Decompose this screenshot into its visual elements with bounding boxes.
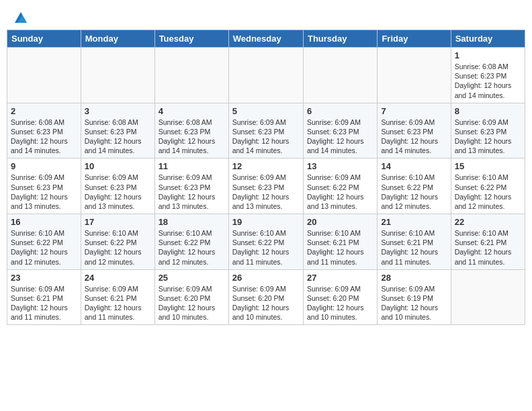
day-number: 22 — [455, 217, 521, 227]
logo — [13, 12, 27, 24]
day-info: Sunrise: 6:10 AM Sunset: 6:22 PM Dayligh… — [455, 173, 521, 211]
weekday-header: Tuesday — [154, 30, 228, 48]
day-number: 18 — [159, 217, 225, 227]
day-number: 28 — [381, 273, 447, 283]
day-number: 26 — [232, 273, 300, 283]
day-number: 7 — [381, 106, 447, 116]
day-number: 9 — [11, 161, 77, 171]
page: SundayMondayTuesdayWednesdayThursdayFrid… — [0, 0, 532, 332]
day-number: 20 — [307, 217, 373, 227]
calendar-header-row: SundayMondayTuesdayWednesdayThursdayFrid… — [7, 30, 525, 48]
calendar-cell: 13Sunrise: 6:09 AM Sunset: 6:22 PM Dayli… — [303, 158, 377, 214]
day-number: 23 — [11, 273, 77, 283]
day-number: 8 — [455, 106, 521, 116]
weekday-header: Thursday — [303, 30, 377, 48]
day-info: Sunrise: 6:10 AM Sunset: 6:22 PM Dayligh… — [381, 173, 447, 211]
day-info: Sunrise: 6:10 AM Sunset: 6:22 PM Dayligh… — [85, 228, 151, 267]
day-info: Sunrise: 6:09 AM Sunset: 6:20 PM Dayligh… — [159, 284, 225, 322]
day-info: Sunrise: 6:10 AM Sunset: 6:22 PM Dayligh… — [11, 228, 77, 267]
header — [0, 0, 532, 30]
calendar-cell: 18Sunrise: 6:10 AM Sunset: 6:22 PM Dayli… — [154, 214, 228, 270]
calendar-cell — [228, 48, 303, 103]
calendar-cell: 12Sunrise: 6:09 AM Sunset: 6:23 PM Dayli… — [228, 158, 303, 214]
calendar-cell: 10Sunrise: 6:09 AM Sunset: 6:23 PM Dayli… — [81, 158, 154, 214]
day-number: 16 — [11, 217, 77, 227]
day-info: Sunrise: 6:09 AM Sunset: 6:23 PM Dayligh… — [11, 173, 77, 211]
day-info: Sunrise: 6:08 AM Sunset: 6:23 PM Dayligh… — [159, 118, 225, 156]
weekday-header: Sunday — [7, 30, 81, 48]
day-number: 14 — [381, 161, 447, 171]
day-info: Sunrise: 6:09 AM Sunset: 6:23 PM Dayligh… — [85, 173, 151, 211]
calendar-cell: 20Sunrise: 6:10 AM Sunset: 6:21 PM Dayli… — [303, 214, 377, 270]
calendar-cell: 28Sunrise: 6:09 AM Sunset: 6:19 PM Dayli… — [378, 269, 451, 325]
calendar-cell: 23Sunrise: 6:09 AM Sunset: 6:21 PM Dayli… — [7, 269, 81, 325]
calendar-week-row: 16Sunrise: 6:10 AM Sunset: 6:22 PM Dayli… — [7, 214, 525, 270]
day-number: 12 — [232, 161, 300, 171]
calendar-cell: 24Sunrise: 6:09 AM Sunset: 6:21 PM Dayli… — [81, 269, 154, 325]
calendar-week-row: 9Sunrise: 6:09 AM Sunset: 6:23 PM Daylig… — [7, 158, 525, 214]
calendar-cell: 25Sunrise: 6:09 AM Sunset: 6:20 PM Dayli… — [154, 269, 228, 325]
day-number: 5 — [232, 106, 300, 116]
calendar-cell — [303, 48, 377, 103]
day-info: Sunrise: 6:10 AM Sunset: 6:22 PM Dayligh… — [232, 228, 300, 267]
day-number: 19 — [232, 217, 300, 227]
day-info: Sunrise: 6:09 AM Sunset: 6:23 PM Dayligh… — [232, 118, 300, 156]
day-number: 13 — [307, 161, 373, 171]
calendar-cell: 19Sunrise: 6:10 AM Sunset: 6:22 PM Dayli… — [228, 214, 303, 270]
calendar-cell — [378, 48, 451, 103]
logo-icon — [15, 12, 27, 23]
calendar-cell: 4Sunrise: 6:08 AM Sunset: 6:23 PM Daylig… — [154, 103, 228, 158]
day-number: 11 — [159, 161, 225, 171]
calendar-cell: 8Sunrise: 6:09 AM Sunset: 6:23 PM Daylig… — [451, 103, 525, 158]
day-info: Sunrise: 6:09 AM Sunset: 6:21 PM Dayligh… — [85, 284, 151, 322]
weekday-header: Wednesday — [228, 30, 303, 48]
day-info: Sunrise: 6:09 AM Sunset: 6:23 PM Dayligh… — [232, 173, 300, 211]
day-info: Sunrise: 6:09 AM Sunset: 6:20 PM Dayligh… — [232, 284, 300, 322]
day-info: Sunrise: 6:10 AM Sunset: 6:21 PM Dayligh… — [381, 228, 447, 267]
calendar-cell: 3Sunrise: 6:08 AM Sunset: 6:23 PM Daylig… — [81, 103, 154, 158]
day-number: 4 — [159, 106, 225, 116]
calendar-cell: 7Sunrise: 6:09 AM Sunset: 6:23 PM Daylig… — [378, 103, 451, 158]
day-info: Sunrise: 6:09 AM Sunset: 6:23 PM Dayligh… — [159, 173, 225, 211]
day-info: Sunrise: 6:10 AM Sunset: 6:21 PM Dayligh… — [455, 228, 521, 267]
calendar-table: SundayMondayTuesdayWednesdayThursdayFrid… — [7, 30, 525, 325]
day-number: 21 — [381, 217, 447, 227]
calendar-week-row: 2Sunrise: 6:08 AM Sunset: 6:23 PM Daylig… — [7, 103, 525, 158]
calendar-cell: 2Sunrise: 6:08 AM Sunset: 6:23 PM Daylig… — [7, 103, 81, 158]
day-number: 6 — [307, 106, 373, 116]
calendar-cell: 11Sunrise: 6:09 AM Sunset: 6:23 PM Dayli… — [154, 158, 228, 214]
calendar-cell: 15Sunrise: 6:10 AM Sunset: 6:22 PM Dayli… — [451, 158, 525, 214]
day-info: Sunrise: 6:10 AM Sunset: 6:21 PM Dayligh… — [307, 228, 373, 267]
calendar-cell: 5Sunrise: 6:09 AM Sunset: 6:23 PM Daylig… — [228, 103, 303, 158]
day-number: 17 — [85, 217, 151, 227]
day-number: 24 — [85, 273, 151, 283]
weekday-header: Friday — [378, 30, 451, 48]
calendar-cell: 17Sunrise: 6:10 AM Sunset: 6:22 PM Dayli… — [81, 214, 154, 270]
day-info: Sunrise: 6:09 AM Sunset: 6:21 PM Dayligh… — [11, 284, 77, 322]
day-number: 2 — [11, 106, 77, 116]
calendar-cell: 26Sunrise: 6:09 AM Sunset: 6:20 PM Dayli… — [228, 269, 303, 325]
day-info: Sunrise: 6:08 AM Sunset: 6:23 PM Dayligh… — [85, 118, 151, 156]
day-number: 10 — [85, 161, 151, 171]
calendar-cell: 22Sunrise: 6:10 AM Sunset: 6:21 PM Dayli… — [451, 214, 525, 270]
day-info: Sunrise: 6:08 AM Sunset: 6:23 PM Dayligh… — [11, 118, 77, 156]
day-number: 25 — [159, 273, 225, 283]
calendar-cell — [451, 269, 525, 325]
day-info: Sunrise: 6:09 AM Sunset: 6:19 PM Dayligh… — [381, 284, 447, 322]
day-info: Sunrise: 6:10 AM Sunset: 6:22 PM Dayligh… — [159, 228, 225, 267]
calendar-wrapper: SundayMondayTuesdayWednesdayThursdayFrid… — [0, 30, 532, 332]
day-info: Sunrise: 6:09 AM Sunset: 6:22 PM Dayligh… — [307, 173, 373, 211]
day-number: 3 — [85, 106, 151, 116]
calendar-week-row: 1Sunrise: 6:08 AM Sunset: 6:23 PM Daylig… — [7, 48, 525, 103]
calendar-cell — [154, 48, 228, 103]
day-info: Sunrise: 6:09 AM Sunset: 6:23 PM Dayligh… — [455, 118, 521, 156]
calendar-cell — [7, 48, 81, 103]
calendar-cell: 9Sunrise: 6:09 AM Sunset: 6:23 PM Daylig… — [7, 158, 81, 214]
calendar-cell — [81, 48, 154, 103]
calendar-cell: 1Sunrise: 6:08 AM Sunset: 6:23 PM Daylig… — [451, 48, 525, 103]
day-number: 15 — [455, 161, 521, 171]
calendar-cell: 21Sunrise: 6:10 AM Sunset: 6:21 PM Dayli… — [378, 214, 451, 270]
calendar-week-row: 23Sunrise: 6:09 AM Sunset: 6:21 PM Dayli… — [7, 269, 525, 325]
weekday-header: Saturday — [451, 30, 525, 48]
day-info: Sunrise: 6:09 AM Sunset: 6:23 PM Dayligh… — [381, 118, 447, 156]
